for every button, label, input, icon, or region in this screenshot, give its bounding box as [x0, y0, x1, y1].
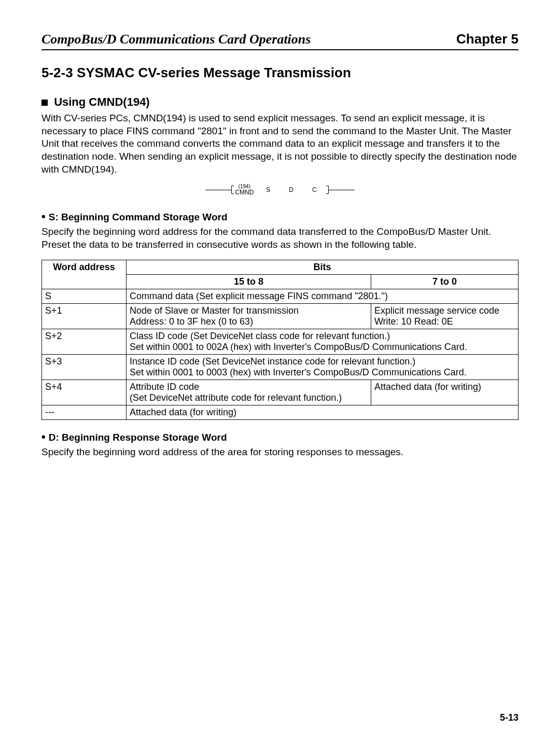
ladder-d: D — [279, 186, 303, 193]
page-header: CompoBus/D Communications Card Operation… — [41, 31, 519, 50]
square-bullet-icon — [41, 100, 48, 106]
section-title: 5-2-3 SYSMAC CV-series Message Transmiss… — [41, 65, 519, 81]
ladder-c: C — [303, 186, 326, 193]
table-row: S+2 Class ID code (Set DeviceNet class c… — [42, 329, 519, 354]
cell-content: Instance ID code (Set DeviceNet instance… — [127, 354, 519, 380]
header-left: CompoBus/D Communications Card Operation… — [41, 32, 311, 47]
table-header-row-1: Word address Bits — [42, 260, 519, 274]
ladder-cmnd: CMND — [235, 189, 254, 195]
page: CompoBus/D Communications Card Operation… — [0, 0, 560, 744]
cell-content: Attached data (for writing) — [127, 405, 519, 419]
s-heading: S: Beginning Command Storage Word — [41, 210, 519, 223]
cell-left: Node of Slave or Master for transmission… — [127, 303, 371, 329]
cell-right: Explicit message service code Write: 10 … — [371, 303, 518, 329]
using-cmnd-title: Using CMND(194) — [41, 95, 519, 109]
cell-right: Attached data (for writing) — [371, 380, 518, 405]
ladder-s: S — [257, 186, 279, 193]
ladder-diagram: (194) CMND S D C — [41, 184, 519, 195]
page-number: 5-13 — [500, 712, 519, 723]
cell-left: Attribute ID code (Set DeviceNet attribu… — [127, 380, 371, 405]
using-cmnd-body: With CV-series PCs, CMND(194) is used to… — [41, 112, 519, 176]
cell-addr: S+2 — [42, 329, 127, 354]
table-row: S+1 Node of Slave or Master for transmis… — [42, 303, 519, 329]
table-row: S+4 Attribute ID code (Set DeviceNet att… — [42, 380, 519, 405]
th-15-8: 15 to 8 — [127, 274, 371, 289]
th-7-0: 7 to 0 — [371, 274, 518, 289]
cell-content: Command data (Set explicit message FINS … — [127, 289, 519, 303]
table-row: S+3 Instance ID code (Set DeviceNet inst… — [42, 354, 519, 380]
table-row: S Command data (Set explicit message FIN… — [42, 289, 519, 303]
header-right: Chapter 5 — [456, 31, 519, 47]
table-row: --- Attached data (for writing) — [42, 405, 519, 419]
cell-addr: S — [42, 289, 127, 303]
cell-addr: S+4 — [42, 380, 127, 405]
cell-content: Class ID code (Set DeviceNet class code … — [127, 329, 519, 354]
th-word-address: Word address — [42, 260, 127, 289]
d-heading: D: Beginning Response Storage Word — [41, 430, 519, 444]
using-cmnd-title-text: Using CMND(194) — [54, 95, 150, 108]
cell-addr: --- — [42, 405, 127, 419]
command-storage-table: Word address Bits 15 to 8 7 to 0 S Comma… — [41, 260, 519, 420]
ladder-line-right — [329, 190, 355, 190]
d-body: Specify the beginning word address of th… — [41, 446, 519, 459]
ladder-line-left — [205, 190, 231, 190]
th-bits: Bits — [127, 260, 519, 274]
cell-addr: S+3 — [42, 354, 127, 380]
cell-addr: S+1 — [42, 303, 127, 329]
ladder-cmnd-cell: (194) CMND — [234, 184, 257, 195]
s-body: Specify the beginning word address for t… — [41, 226, 519, 251]
